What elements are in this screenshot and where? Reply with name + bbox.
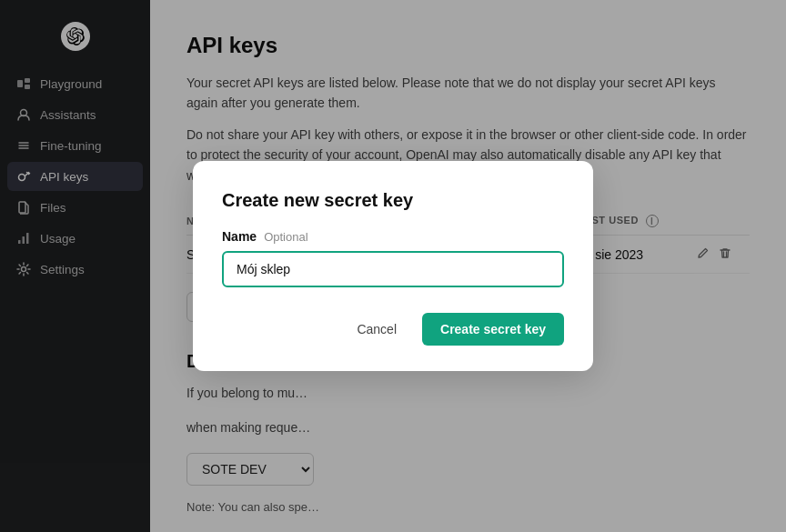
cancel-button[interactable]: Cancel <box>340 313 413 346</box>
modal-title: Create new secret key <box>222 190 564 211</box>
secret-key-name-input[interactable] <box>222 251 564 287</box>
create-secret-key-button[interactable]: Create secret key <box>422 313 564 346</box>
modal-actions: Cancel Create secret key <box>222 313 564 346</box>
app-container: Playground Assistants Fine-tuning API ke… <box>0 0 786 532</box>
field-label: Name Optional <box>222 229 564 244</box>
field-optional-label: Optional <box>264 230 307 244</box>
modal-overlay: Create new secret key Name Optional Canc… <box>0 0 786 532</box>
create-secret-key-modal: Create new secret key Name Optional Canc… <box>193 161 593 371</box>
